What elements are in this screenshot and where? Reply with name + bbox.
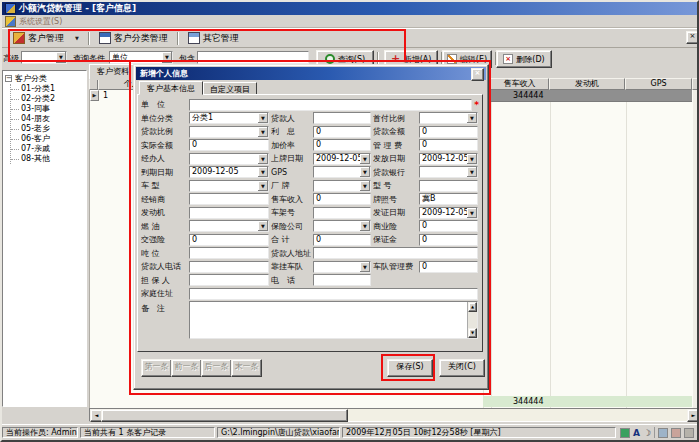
text-input[interactable] — [313, 112, 371, 124]
combo-input[interactable]: 分类1▼ — [189, 112, 269, 124]
combo-input[interactable]: ▼ — [313, 220, 371, 232]
tree-item[interactable]: 02-分类2 — [11, 94, 86, 104]
tree-root[interactable]: − 客户分类 — [5, 73, 86, 84]
combo-input[interactable]: 2009-12-05▼ — [419, 207, 478, 219]
text-input[interactable]: 0 — [313, 234, 371, 246]
text-input[interactable] — [189, 99, 472, 111]
dropdown-arrow-icon[interactable]: ▼ — [56, 52, 66, 63]
dropdown-arrow-icon[interactable]: ▼ — [467, 154, 477, 164]
combo-input[interactable]: 2009-12-05▼ — [189, 166, 269, 178]
mdi-close-button[interactable]: × — [686, 31, 699, 44]
text-input[interactable]: 0 — [189, 234, 269, 246]
combo-input[interactable]: ▼ — [189, 180, 269, 192]
nav-button-2[interactable]: 后一条 — [201, 359, 232, 377]
tree-item[interactable]: 08-其他 — [11, 154, 86, 164]
tree-item[interactable]: 07-亲戚 — [11, 144, 86, 154]
dropdown-arrow-icon[interactable]: ▼ — [360, 262, 370, 272]
dropdown-arrow-icon[interactable]: ▼ — [258, 127, 268, 137]
nav-button-0[interactable]: 第一条 — [141, 359, 172, 377]
close-button[interactable]: 关闭(C) — [439, 359, 485, 377]
dropdown-arrow-icon[interactable]: ▼ — [360, 167, 370, 177]
tree-item[interactable]: 01-分类1 — [11, 84, 86, 94]
person-icon[interactable] — [671, 428, 681, 438]
combo-input[interactable]: ▼ — [313, 180, 371, 192]
delete-button[interactable]: ×删除(D) — [496, 50, 552, 68]
selected-row[interactable]: 344444 — [483, 90, 692, 102]
combo-input[interactable]: ▼ — [313, 261, 371, 273]
text-input[interactable]: 冀B — [419, 193, 478, 205]
dropdown-arrow-icon[interactable]: ▼ — [258, 167, 268, 177]
dropdown-arrow-icon[interactable]: ▼ — [467, 167, 477, 177]
horizontal-scrollbar[interactable]: ◄ ► — [89, 408, 699, 422]
text-input[interactable] — [313, 207, 371, 219]
tree-item[interactable]: 04-朋友 — [11, 114, 86, 124]
condition-combo[interactable]: 单位 ▼ — [109, 51, 173, 64]
combo-input[interactable]: ▼ — [419, 112, 478, 124]
tree-item[interactable]: 06-客户 — [11, 134, 86, 144]
text-input[interactable] — [189, 193, 269, 205]
tree-item[interactable]: 05-老乡 — [11, 124, 86, 134]
combo-input[interactable]: 2009-12-05▼ — [419, 153, 478, 165]
combo-input[interactable]: ▼ — [189, 153, 269, 165]
text-input[interactable]: 0 — [419, 261, 478, 273]
save-button[interactable]: 保存(S) — [387, 359, 433, 377]
wrench-icon[interactable] — [684, 428, 694, 438]
other-management-button[interactable]: 其它管理 — [183, 30, 244, 46]
text-input[interactable]: 0 — [313, 139, 371, 151]
grid-column-header[interactable]: 发动机 — [549, 78, 625, 90]
input-method-icon[interactable] — [620, 428, 630, 438]
text-input[interactable] — [189, 288, 478, 300]
nav-button-1[interactable]: 前一条 — [171, 359, 202, 377]
tree-item[interactable]: 03-同事 — [11, 104, 86, 114]
notes-textarea[interactable]: ▲▼ — [189, 301, 478, 339]
dropdown-arrow-icon[interactable]: ▼ — [258, 181, 268, 191]
dropdown-arrow-icon[interactable]: ▼ — [360, 221, 370, 231]
advanced-combo[interactable]: ▼ — [21, 51, 67, 64]
tab-customer-data[interactable]: 客户资料 — [89, 64, 137, 80]
keyboard-icon[interactable] — [658, 428, 668, 438]
text-input[interactable] — [313, 274, 371, 286]
letter-a-icon[interactable]: A — [633, 428, 640, 438]
text-input[interactable]: 0 — [419, 220, 478, 232]
scrollbar-thumb[interactable] — [101, 409, 348, 422]
scroll-down-icon[interactable]: ▼ — [468, 328, 477, 338]
text-input[interactable] — [189, 207, 269, 219]
close-icon[interactable]: × — [471, 68, 484, 81]
combo-input[interactable]: ▼ — [419, 166, 478, 178]
combo-input[interactable]: ▼ — [189, 126, 269, 138]
contains-input[interactable] — [197, 51, 309, 64]
nav-button-3[interactable]: 末一条 — [231, 359, 262, 377]
text-input[interactable] — [189, 261, 269, 273]
dropdown-arrow-icon[interactable]: ▼ — [162, 52, 172, 63]
text-input[interactable] — [313, 247, 478, 259]
text-input[interactable]: 0 — [419, 139, 478, 151]
scroll-up-icon[interactable]: ▲ — [468, 302, 477, 312]
dropdown-arrow-icon[interactable]: ▼ — [360, 154, 370, 164]
combo-input[interactable]: ▼ — [189, 220, 269, 232]
text-input[interactable]: 0 — [313, 193, 371, 205]
text-input[interactable]: 0 — [419, 126, 478, 138]
tree-expand-icon[interactable]: − — [5, 75, 12, 82]
text-input[interactable] — [189, 274, 269, 286]
text-input[interactable]: 0 — [313, 126, 371, 138]
grid-column-header[interactable]: GPS — [625, 78, 692, 90]
dropdown-arrow-icon[interactable]: ▼ — [258, 221, 268, 231]
grid-column-header[interactable]: 售车收入 — [490, 78, 549, 90]
chevron-down-icon[interactable]: ▼ — [75, 35, 79, 41]
dropdown-arrow-icon[interactable]: ▼ — [258, 154, 268, 164]
combo-input[interactable]: 2009-12-05▼ — [313, 153, 371, 165]
customer-category-management-button[interactable]: 客户分类管理 — [94, 30, 173, 46]
combo-input[interactable]: ▼ — [313, 166, 371, 178]
text-input[interactable] — [189, 247, 269, 259]
text-input[interactable]: 0 — [419, 234, 478, 246]
customer-management-button[interactable]: 客户管理▼ — [8, 30, 84, 46]
text-input[interactable] — [419, 180, 478, 192]
fullwidth-moon-icon[interactable]: ☽ — [643, 428, 651, 438]
menu-item-system-settings[interactable]: 系统设置(S) — [19, 16, 62, 27]
dropdown-arrow-icon[interactable]: ▼ — [467, 113, 477, 123]
dropdown-arrow-icon[interactable]: ▼ — [467, 208, 477, 218]
text-input[interactable]: 0 — [189, 139, 269, 151]
scroll-right-icon[interactable]: ► — [687, 409, 699, 422]
dropdown-arrow-icon[interactable]: ▼ — [258, 113, 268, 123]
tab-basic-info[interactable]: 客户基本信息 — [139, 81, 203, 95]
